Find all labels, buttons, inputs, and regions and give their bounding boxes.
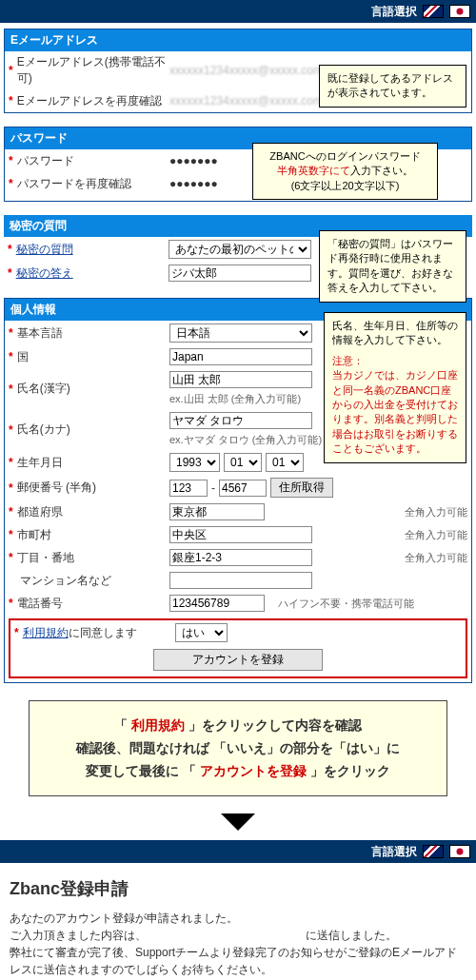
register-button[interactable]: アカウントを登録 <box>153 649 323 671</box>
addr-input[interactable] <box>169 549 312 566</box>
language-bar: 言語選択 <box>0 0 476 23</box>
instruction-note-1: 「 利用規約 」をクリックして内容を確認 確認後、問題なければ 「いいえ」の部分… <box>29 700 447 796</box>
email-preview: xxxxxx1234xxxxx@xxxxx.com <box>169 64 323 77</box>
lang-label: 基本言語 <box>17 325 63 342</box>
city-label: 市町村 <box>17 527 51 543</box>
country-label: 国 <box>17 349 29 365</box>
name-kana-input[interactable] <box>169 412 312 429</box>
flag-jp-icon[interactable] <box>449 845 470 858</box>
email-label: Eメールアドレス(携帯電話不可) <box>17 54 166 87</box>
language-label: 言語選択 <box>371 4 417 20</box>
bldg-label: マンション名など <box>20 573 111 589</box>
language-label-2: 言語選択 <box>371 844 417 860</box>
password-dots: ●●●●●●● <box>169 154 218 167</box>
required-icon: * <box>9 154 13 167</box>
pref-label: 都道府県 <box>17 504 63 520</box>
pref-hint: 全角入力可能 <box>405 505 467 519</box>
city-hint: 全角入力可能 <box>405 528 467 542</box>
birth-label: 生年月日 <box>17 455 63 471</box>
country-input[interactable] <box>169 348 312 365</box>
secret-callout: 「秘密の質問」はパスワード再発行時に使用されます。質問を選び、お好きな答えを入力… <box>319 230 466 303</box>
name-kana-label: 氏名(カナ) <box>17 421 70 438</box>
required-icon: * <box>8 266 12 280</box>
secret-answer-input[interactable] <box>169 265 311 282</box>
terms-box: * 利用規約に同意します はい アカウントを登録 <box>9 618 467 678</box>
language-bar-2: 言語選択 <box>0 840 476 863</box>
birth-year-select[interactable]: 1993 <box>169 453 220 472</box>
info-callout: 氏名、生年月日、住所等の情報を入力して下さい。 注意： 当カジノでは、カジノ口座… <box>324 312 466 463</box>
name-kanji-label: 氏名(漢字) <box>17 381 70 397</box>
required-icon: * <box>9 64 13 77</box>
postal-lookup-button[interactable]: 住所取得 <box>270 478 333 498</box>
addr-hint: 全角入力可能 <box>405 551 467 565</box>
password-confirm-dots: ●●●●●●● <box>169 177 218 190</box>
bldg-input[interactable] <box>169 572 312 589</box>
postal1-input[interactable] <box>169 480 208 497</box>
pref-input[interactable] <box>169 503 265 520</box>
secret-question-label[interactable]: 秘密の質問 <box>16 242 73 258</box>
confirmation-heading: Zbanc登録申請 <box>10 876 466 902</box>
confirmation-line: 弊社にて審査が完了後、Supportチームより登録完了のお知らせがご登録のEメー… <box>10 944 466 978</box>
terms-select[interactable]: はい <box>175 623 228 642</box>
password-confirm-label: パスワードを再度確認 <box>17 176 131 192</box>
flag-jp-icon[interactable] <box>449 5 470 18</box>
terms-label-suffix: に同意します <box>69 626 137 639</box>
secret-answer-label[interactable]: 秘密の答え <box>16 265 73 282</box>
lang-select[interactable]: 日本語 <box>169 323 312 343</box>
email-confirm-preview: xxxxxx1234xxxxx@xxxxx.com <box>169 94 323 108</box>
password-label: パスワード <box>17 153 74 169</box>
email-confirm-label: Eメールアドレスを再度確認 <box>17 93 162 109</box>
required-icon: * <box>9 177 13 190</box>
tel-label: 電話番号 <box>17 596 63 612</box>
email-callout: 既に登録してあるアドレスが表示されています。 <box>319 65 466 108</box>
password-callout: ZBANCへのログインパスワード 半角英数字にて入力下さい。 (6文字以上20文… <box>252 143 438 200</box>
confirmation-line: ご入力頂きました内容は、 に送信しました。 <box>10 927 466 944</box>
confirmation-section: Zbanc登録申請 あなたのアカウント登録が申請されました。 ご入力頂きました内… <box>0 863 476 980</box>
secret-question-select[interactable]: あなたの最初のペットの名前は？ <box>169 240 311 259</box>
city-input[interactable] <box>169 526 312 543</box>
postal2-input[interactable] <box>219 480 267 497</box>
addr-label: 丁目・番地 <box>17 550 74 566</box>
email-section-title: Eメールアドレス <box>5 29 471 51</box>
name-kana-hint: ex.ヤマダ タロウ (全角入力可能) <box>169 433 322 447</box>
birth-day-select[interactable]: 01 <box>266 453 304 472</box>
postal-label: 郵便番号 (半角) <box>17 480 96 496</box>
name-kanji-input[interactable] <box>169 371 312 388</box>
terms-link[interactable]: 利用規約 <box>23 626 69 639</box>
flag-uk-icon[interactable] <box>423 5 444 18</box>
birth-month-select[interactable]: 01 <box>224 453 262 472</box>
flag-uk-icon[interactable] <box>423 845 444 858</box>
arrow-down-icon <box>221 813 255 831</box>
tel-input[interactable] <box>169 595 265 612</box>
name-kanji-hint: ex.山田 太郎 (全角入力可能) <box>169 392 301 406</box>
confirmation-line: あなたのアカウント登録が申請されました。 <box>10 910 466 927</box>
tel-hint: ハイフン不要・携帯電話可能 <box>278 597 414 611</box>
required-icon: * <box>8 243 12 256</box>
required-icon: * <box>9 94 13 108</box>
